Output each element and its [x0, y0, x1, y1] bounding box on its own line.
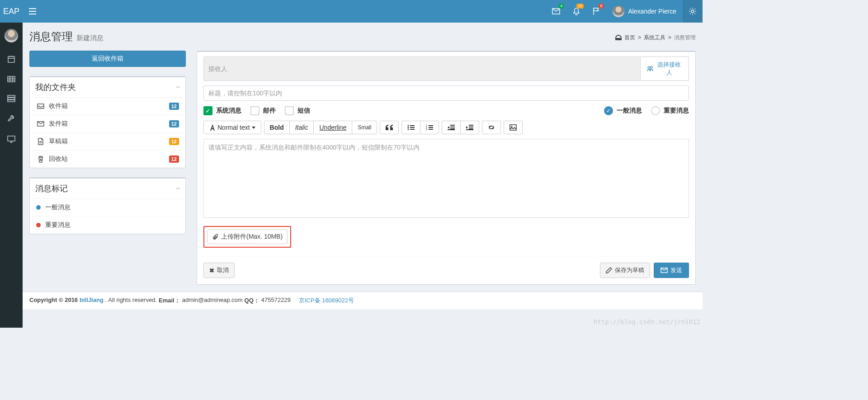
toolbar-bold[interactable]: Bold: [264, 121, 289, 134]
nav-flags[interactable]: 9: [586, 0, 606, 23]
calendar-icon: [7, 55, 15, 63]
collapse-folders[interactable]: −: [176, 83, 180, 91]
back-to-inbox-button[interactable]: 返回收件箱: [29, 51, 186, 67]
toolbar-italic[interactable]: Italic: [289, 121, 314, 134]
toolbar-small[interactable]: Small: [352, 121, 377, 134]
outdent-icon: [448, 125, 455, 130]
top-header: EAP 4 10 9 Alexander Pierce: [0, 0, 703, 23]
svg-rect-5: [8, 100, 15, 102]
toolbar-normal-text[interactable]: Normal text: [203, 121, 261, 134]
envelope-icon: [37, 121, 44, 127]
tags-title: 消息标记: [35, 183, 68, 194]
compose-box: 选择接收人 ✓ 系统消息: [197, 51, 696, 285]
list-ul-icon: [407, 125, 415, 130]
type-sms-checkbox[interactable]: 短信: [285, 106, 310, 115]
folder-trash[interactable]: 回收站 12: [30, 150, 185, 168]
envelope-icon: [660, 268, 668, 273]
svg-rect-3: [8, 95, 15, 97]
nav-mail[interactable]: 4: [546, 0, 566, 23]
svg-point-9: [408, 125, 409, 127]
title-input[interactable]: [203, 85, 689, 101]
logo[interactable]: EAP: [0, 0, 23, 23]
toolbar-ul[interactable]: [401, 121, 420, 134]
toolbar-ol[interactable]: 123: [420, 121, 439, 134]
toolbar-link[interactable]: [482, 121, 501, 134]
users-icon: [647, 66, 653, 72]
nav-server[interactable]: [7, 89, 15, 108]
footer-author-link[interactable]: billJiang: [80, 296, 104, 305]
svg-point-0: [691, 10, 694, 13]
flag-badge: 9: [599, 4, 604, 9]
folders-title: 我的文件夹: [35, 82, 76, 93]
folders-box: 我的文件夹 − 收件箱 12 发件箱: [29, 76, 186, 168]
breadcrumb-tools[interactable]: 系统工具: [644, 34, 665, 42]
toolbar-indent[interactable]: [460, 121, 479, 134]
indent-icon: [466, 125, 473, 130]
tag-important[interactable]: 重要消息: [30, 216, 185, 234]
font-icon: [209, 124, 216, 131]
send-button[interactable]: 发送: [654, 263, 689, 278]
svg-point-11: [408, 129, 409, 130]
toolbar-underline[interactable]: Underline: [313, 121, 352, 134]
recipient-input[interactable]: [203, 56, 641, 81]
svg-point-8: [650, 66, 652, 68]
svg-rect-15: [510, 125, 516, 130]
settings-gear[interactable]: [683, 0, 703, 23]
sidebar-avatar[interactable]: [5, 29, 18, 42]
svg-rect-1: [8, 56, 14, 62]
collapse-tags[interactable]: −: [176, 184, 180, 193]
nav-table[interactable]: [7, 70, 15, 89]
toolbar-image[interactable]: [504, 121, 523, 134]
svg-text:3: 3: [426, 128, 427, 130]
type-email-checkbox[interactable]: 邮件: [250, 106, 276, 115]
trash-icon: [38, 155, 44, 163]
bars-icon: [29, 8, 36, 14]
tag-normal[interactable]: 一般消息: [30, 198, 185, 216]
tags-box: 消息标记 − 一般消息 重要消息: [29, 177, 186, 234]
dot-red-icon: [36, 223, 41, 227]
user-menu[interactable]: Alexander Pierce: [606, 0, 683, 23]
mail-badge: 4: [559, 4, 564, 9]
dashboard-icon: [615, 35, 622, 40]
priority-important-radio[interactable]: 重要消息: [651, 106, 689, 115]
toolbar-quote[interactable]: [380, 121, 399, 134]
nav-calendar[interactable]: [7, 49, 15, 70]
monitor-icon: [7, 136, 15, 143]
wrench-icon: [7, 115, 15, 123]
radio-checked-icon: [604, 106, 613, 115]
folder-drafts[interactable]: 草稿箱 12: [30, 132, 185, 150]
select-recipient-button[interactable]: 选择接收人: [641, 56, 689, 81]
upload-attachment-button[interactable]: 上传附件(Max. 10MB): [207, 230, 288, 244]
breadcrumb-home[interactable]: 首页: [624, 34, 635, 42]
dot-blue-icon: [36, 205, 41, 210]
envelope-icon: [552, 8, 560, 14]
editor-body[interactable]: 请填写正文内容，系统消息和邮件限制在4000字以内，短信限制在70字以内: [203, 139, 689, 218]
footer-icp-link[interactable]: 京ICP备 16069022号: [299, 296, 354, 305]
pencil-icon: [606, 267, 612, 273]
nav-monitor[interactable]: [7, 129, 15, 149]
watermark: http://blog.csdn.net/jrn1012: [594, 318, 700, 325]
sidebar-toggle[interactable]: [23, 0, 42, 23]
svg-point-7: [648, 66, 650, 68]
check-icon: ✓: [203, 106, 212, 115]
image-icon: [509, 124, 517, 131]
bell-badge: 10: [576, 4, 584, 9]
inbox-icon: [37, 104, 44, 109]
avatar: [613, 5, 624, 17]
page-subtitle: 新建消息: [76, 34, 104, 42]
folder-sent[interactable]: 发件箱 12: [30, 115, 185, 132]
nav-wrench[interactable]: [7, 108, 15, 129]
list-ol-icon: 123: [426, 125, 433, 130]
type-system-checkbox[interactable]: ✓ 系统消息: [203, 106, 241, 115]
username: Alexander Pierce: [628, 8, 676, 15]
gear-icon: [689, 7, 697, 15]
folder-inbox[interactable]: 收件箱 12: [30, 97, 185, 115]
priority-normal-radio[interactable]: 一般消息: [604, 106, 642, 115]
toolbar-outdent[interactable]: [442, 121, 460, 134]
editor-toolbar: Normal text Bold Italic Underline Small: [197, 121, 695, 134]
save-draft-button[interactable]: 保存为草稿: [600, 263, 650, 278]
nav-notifications[interactable]: 10: [566, 0, 586, 23]
server-icon: [7, 95, 15, 102]
cancel-button[interactable]: ✖ 取消: [203, 263, 235, 278]
svg-rect-6: [8, 136, 15, 141]
